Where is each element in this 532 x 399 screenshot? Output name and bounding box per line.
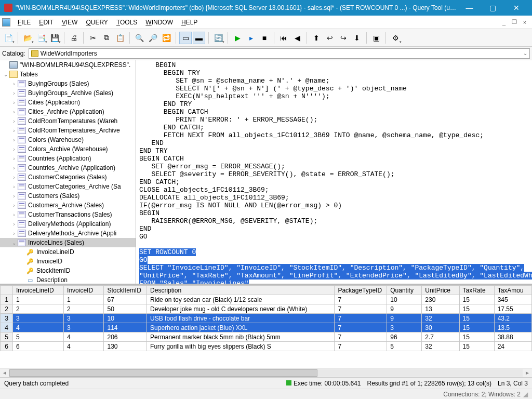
tree-item[interactable]: ›BuyingGroups (Sales): [0, 79, 136, 88]
tree-twisty-icon[interactable]: ›: [10, 212, 18, 218]
replace-button[interactable]: 🔁: [160, 32, 172, 44]
table-row[interactable]: 554206Permanent marker black 5mm nib (Bl…: [1, 332, 532, 342]
cell[interactable]: 13: [422, 304, 459, 314]
row-number[interactable]: 6: [1, 342, 13, 351]
tree-twisty-icon[interactable]: ›: [10, 128, 18, 134]
tree-item[interactable]: ›Customers_Archive (Sales): [0, 201, 136, 210]
execute-step-button[interactable]: ▸: [245, 32, 257, 44]
cell[interactable]: 96: [387, 332, 422, 342]
cell[interactable]: 50: [104, 304, 147, 314]
cell[interactable]: Permanent marker black 5mm nib (Black) 5…: [147, 332, 335, 342]
tree-item[interactable]: ›CustomerTransactions (Sales): [0, 210, 136, 219]
tree-item[interactable]: ›Customers (Sales): [0, 191, 136, 201]
menu-query[interactable]: QUERY: [82, 18, 112, 27]
tree-item[interactable]: ›Colors (Warehouse): [0, 135, 136, 144]
paste-button[interactable]: 📋: [114, 32, 126, 44]
cell[interactable]: 15: [459, 295, 494, 304]
bookmark-clear-button[interactable]: ⬇: [351, 32, 363, 44]
table-row[interactable]: 664130Furry gorilla with big eyes slippe…: [1, 342, 532, 351]
cell[interactable]: 9: [387, 314, 422, 323]
cell[interactable]: 3: [64, 323, 104, 332]
cell[interactable]: 345: [494, 295, 531, 304]
tree-twisty-icon[interactable]: ⌄: [10, 240, 18, 246]
cell[interactable]: 15: [459, 304, 494, 314]
cell[interactable]: 2: [64, 304, 104, 314]
tree-item[interactable]: ›Countries (Application): [0, 154, 136, 163]
bookmark-prev-button[interactable]: ↩: [324, 32, 336, 44]
row-number[interactable]: 1: [1, 295, 13, 304]
tree-twisty-icon[interactable]: ›: [10, 184, 18, 190]
column-header[interactable]: Description: [147, 286, 335, 295]
table-row[interactable]: 443114Superhero action jacket (Blue) XXL…: [1, 323, 532, 332]
nav-first-button[interactable]: ⏮: [277, 32, 290, 44]
mdi-restore-button[interactable]: ❐: [510, 19, 518, 26]
cell[interactable]: 6: [13, 342, 64, 351]
cell[interactable]: 3: [64, 314, 104, 323]
tree-twisty-icon[interactable]: ›: [10, 137, 18, 143]
cell[interactable]: 230: [422, 295, 459, 304]
cell[interactable]: 24: [494, 342, 531, 351]
tree-twisty-icon[interactable]: ›: [10, 193, 18, 199]
tree-twisty-icon[interactable]: ›: [10, 109, 18, 115]
find-button[interactable]: 🔍: [133, 32, 145, 44]
tree-twisty-icon[interactable]: ›: [10, 231, 18, 236]
cell[interactable]: 67: [104, 295, 147, 304]
scroll-left-icon[interactable]: ◄: [0, 370, 9, 376]
cell[interactable]: 15: [459, 332, 494, 342]
save-button[interactable]: 💾: [48, 32, 61, 44]
tree-item[interactable]: ▭Description: [0, 275, 136, 284]
row-number[interactable]: 3: [1, 314, 13, 323]
layout-button[interactable]: ▣: [370, 32, 382, 44]
tree-twisty-icon[interactable]: ›: [10, 156, 18, 162]
menu-edit[interactable]: EDIT: [35, 18, 57, 27]
tree-item[interactable]: ›ColdRoomTemperatures_Archive: [0, 126, 136, 135]
cell[interactable]: 206: [104, 332, 147, 342]
cell[interactable]: 13.5: [494, 323, 531, 332]
tree-twisty-icon[interactable]: ›: [10, 203, 18, 208]
cell[interactable]: 7: [335, 323, 387, 332]
toggle-messages-button[interactable]: ▬: [193, 32, 205, 44]
column-header[interactable]: UnitPrice: [422, 286, 459, 295]
cell[interactable]: 1: [13, 295, 64, 304]
tree-item[interactable]: "WIN-BOMMLRR4U94\SQLEXPRESS".: [0, 60, 136, 70]
tree-twisty-icon[interactable]: ›: [10, 147, 18, 152]
tree-item[interactable]: ›DeliveryMethods (Application): [0, 219, 136, 229]
open-sql-button[interactable]: 📑: [35, 32, 47, 44]
cell[interactable]: Furry gorilla with big eyes slippers (Bl…: [147, 342, 335, 351]
options-button[interactable]: ⚙: [389, 32, 402, 44]
column-header[interactable]: Quantity: [387, 286, 422, 295]
sql-editor[interactable]: BEGIN BEGIN TRY SET @sn = @schema_name +…: [136, 60, 532, 284]
menu-tools[interactable]: TOOLS: [112, 18, 141, 27]
column-header[interactable]: InvoiceID: [64, 286, 104, 295]
cell[interactable]: 5: [13, 332, 64, 342]
nav-prev-button[interactable]: ◀: [291, 32, 303, 44]
tree-item[interactable]: 🔑StockItemID: [0, 266, 136, 275]
tree-twisty-icon[interactable]: ›: [10, 165, 18, 171]
close-button[interactable]: ✕: [504, 0, 528, 16]
tree-item[interactable]: ›ColdRoomTemperatures (Wareh: [0, 116, 136, 126]
cell[interactable]: 1: [64, 295, 104, 304]
cell[interactable]: Superhero action jacket (Blue) XXL: [147, 323, 335, 332]
cell[interactable]: 9: [387, 304, 422, 314]
cell[interactable]: 4: [64, 332, 104, 342]
cell[interactable]: 43.2: [494, 314, 531, 323]
cell[interactable]: 15: [459, 342, 494, 351]
maximize-button[interactable]: ▢: [481, 0, 504, 16]
execute-button[interactable]: ▶: [231, 32, 244, 44]
find-next-button[interactable]: 🔎: [147, 32, 159, 44]
open-button[interactable]: 📂: [21, 32, 34, 44]
cell[interactable]: 7: [335, 295, 387, 304]
menu-file[interactable]: FILE: [14, 18, 35, 27]
mdi-minimize-button[interactable]: _: [500, 19, 508, 26]
menu-view[interactable]: VIEW: [58, 18, 82, 27]
cell[interactable]: 10: [104, 314, 147, 323]
table-row[interactable]: 33310USB food flash drive - chocolate ba…: [1, 314, 532, 323]
column-header[interactable]: StockItemID: [104, 286, 147, 295]
cell[interactable]: 4: [64, 342, 104, 351]
tree-item[interactable]: 🔑InvoiceID: [0, 257, 136, 266]
cell[interactable]: 130: [104, 342, 147, 351]
tree-item[interactable]: ›BuyingGroups_Archive (Sales): [0, 88, 136, 98]
tree-item[interactable]: ›Countries_Archive (Application): [0, 163, 136, 172]
cell[interactable]: 7: [335, 332, 387, 342]
cell[interactable]: 15: [459, 314, 494, 323]
